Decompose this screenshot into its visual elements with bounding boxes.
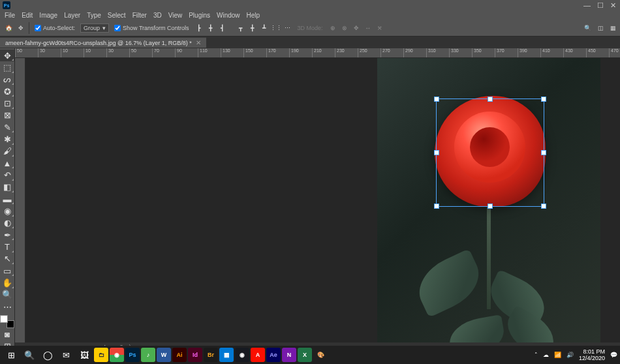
start-button[interactable]: ⊞ (3, 347, 20, 363)
share-icon[interactable]: ◫ (598, 25, 604, 31)
menu-image[interactable]: Image (36, 12, 61, 19)
chevron-down-icon: ▾ (102, 25, 106, 31)
gradient-tool[interactable]: ▬ (0, 193, 14, 205)
document-image[interactable] (377, 58, 600, 342)
menu-view[interactable]: View (165, 12, 186, 19)
shape-tool[interactable]: ▭ (0, 265, 14, 277)
auto-select-checkbox[interactable]: Auto-Select: (35, 25, 75, 31)
taskbar-search-icon[interactable]: 🔍 (21, 347, 38, 363)
bridge-icon[interactable]: Br (204, 348, 218, 362)
auto-select-mode-dropdown[interactable]: Group ▾ (80, 23, 109, 33)
explorer-icon[interactable]: 🗀 (94, 348, 108, 362)
align-right-icon[interactable]: ┫ (218, 23, 227, 33)
align-left-icon[interactable]: ┣ (194, 23, 204, 33)
dodge-tool[interactable]: ◐ (0, 217, 14, 229)
quick-mask-tool[interactable]: ◙ (0, 328, 14, 340)
chrome-icon[interactable]: ◉ (110, 348, 124, 362)
excel-icon[interactable]: X (298, 348, 312, 362)
hand-tool[interactable]: ✋ (0, 277, 14, 288)
close-button[interactable]: ✕ (610, 1, 616, 10)
menu-select[interactable]: Select (104, 12, 129, 19)
task-view-icon[interactable]: ◯ (39, 347, 56, 363)
path-select-tool[interactable]: ↖ (0, 253, 14, 265)
paint-icon[interactable]: 🎨 (313, 348, 328, 362)
marquee-tool[interactable]: ⬚ (0, 61, 14, 73)
ruler-horizontal: 5030101030507090110130150170190210230250… (15, 48, 620, 58)
blur-tool[interactable]: ◉ (0, 205, 14, 217)
taskbar-clock[interactable]: 8:01 PM 12/4/2020 (579, 348, 605, 361)
lasso-tool[interactable]: ᔕ (0, 74, 14, 85)
onenote-icon[interactable]: N (282, 348, 296, 362)
workspace-icon[interactable]: ▦ (610, 25, 616, 31)
tray-wifi-icon[interactable]: 📶 (554, 352, 561, 358)
handle-tl[interactable] (434, 97, 439, 102)
menu-window[interactable]: Window (213, 12, 243, 19)
menu-filter[interactable]: Filter (129, 12, 150, 19)
tray-chevron-icon[interactable]: ˄ (535, 352, 538, 358)
tray-volume-icon[interactable]: 🔊 (566, 352, 574, 358)
align-center-v-icon[interactable]: ╋ (248, 23, 257, 33)
eraser-tool[interactable]: ◧ (0, 181, 14, 193)
menu-3d[interactable]: 3D (150, 12, 165, 19)
indesign-icon[interactable]: Id (188, 348, 202, 362)
show-transform-checkbox[interactable]: Show Transform Controls (114, 25, 189, 31)
word-icon[interactable]: W (157, 348, 171, 362)
ruler-vertical (15, 58, 25, 342)
healing-tool[interactable]: ✱ (0, 133, 14, 145)
search-icon[interactable]: 🔍 (584, 25, 591, 31)
separator (29, 22, 29, 34)
move-tool[interactable]: ✥ (0, 50, 14, 61)
align-bottom-icon[interactable]: ┻ (260, 23, 269, 33)
show-transform-input[interactable] (114, 25, 121, 31)
menu-plugins[interactable]: Plugins (185, 12, 213, 19)
acrobat-icon[interactable]: A (251, 348, 265, 362)
move-tool-icon[interactable]: ✥ (18, 25, 23, 31)
zoom-tool[interactable]: 🔍 (0, 289, 14, 301)
tab-close-icon[interactable]: ✕ (196, 39, 201, 46)
menu-help[interactable]: Help (243, 12, 264, 19)
files-icon[interactable]: ▦ (219, 348, 234, 362)
color-swatches[interactable] (0, 315, 14, 328)
menu-file[interactable]: File (1, 12, 18, 19)
canvas[interactable] (25, 58, 620, 342)
canvas-wrap: 5030101030507090110130150170190210230250… (15, 48, 620, 352)
minimize-button[interactable]: — (583, 1, 591, 10)
auto-select-input[interactable] (35, 25, 41, 31)
stamp-tool[interactable]: ▲ (0, 157, 14, 169)
3d-pan-icon: ✥ (352, 23, 361, 33)
handle-tr[interactable] (541, 97, 546, 102)
home-icon[interactable]: 🏠 (4, 23, 13, 33)
more-options-icon[interactable]: ⋯ (283, 23, 292, 33)
wand-tool[interactable]: ✪ (0, 85, 14, 97)
document-tab[interactable]: ameen-fahmy-gcWd0ts4RCo-unsplash.jpg @ 1… (0, 37, 206, 48)
3d-mode-label: 3D Mode: (298, 25, 323, 31)
crop-tool[interactable]: ⊡ (0, 97, 14, 109)
pen-tool[interactable]: ✒ (0, 229, 14, 241)
edit-toolbar[interactable]: ⋯ (0, 301, 14, 312)
align-center-h-icon[interactable]: ╋ (206, 23, 215, 33)
photos-icon[interactable]: 🖼 (76, 347, 93, 363)
distribute-icon[interactable]: ⋮⋮ (271, 23, 281, 33)
history-brush-tool[interactable]: ↶ (0, 169, 14, 181)
type-tool[interactable]: T (0, 241, 14, 252)
spotify-icon[interactable]: ♪ (141, 348, 155, 362)
photoshop-icon[interactable]: Ps (125, 348, 140, 362)
align-icons-row: ┣ ╋ ┫ ┳ ╋ ┻ ⋮⋮ ⋯ (194, 23, 292, 33)
eyedropper-tool[interactable]: ✎ (0, 121, 14, 133)
aftereffects-icon[interactable]: Ae (266, 348, 281, 362)
maximize-button[interactable]: ☐ (597, 1, 604, 10)
handle-bl[interactable] (434, 204, 439, 209)
menu-type[interactable]: Type (84, 12, 104, 19)
handle-br[interactable] (541, 204, 546, 209)
frame-tool[interactable]: ⊠ (0, 110, 14, 121)
align-top-icon[interactable]: ┳ (236, 23, 245, 33)
illustrator-icon[interactable]: Ai (172, 348, 187, 362)
notifications-icon[interactable]: 💬 (610, 352, 617, 358)
menu-layer[interactable]: Layer (61, 12, 84, 19)
tray-sync-icon[interactable]: ☁ (543, 352, 549, 358)
foreground-color[interactable] (0, 315, 8, 323)
brush-tool[interactable]: 🖌 (0, 145, 14, 157)
menu-edit[interactable]: Edit (18, 12, 36, 19)
mail-icon[interactable]: ✉ (57, 347, 74, 363)
steam-icon[interactable]: ◉ (235, 348, 249, 362)
